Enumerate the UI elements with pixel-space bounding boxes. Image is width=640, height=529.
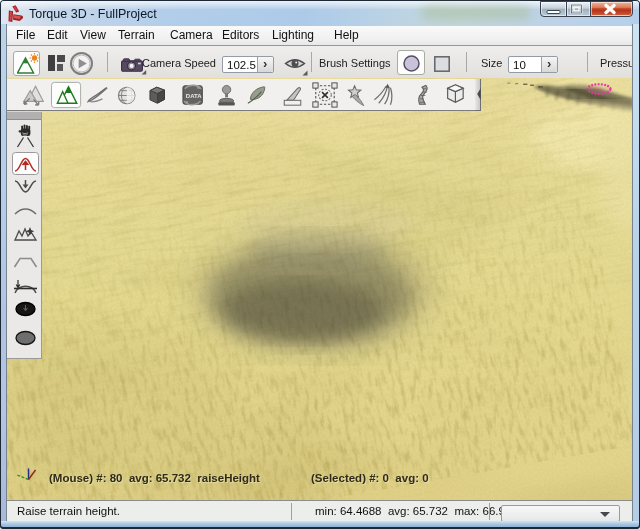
svg-text:(Selected) #: 0 avg: 0: (Selected) #: 0 avg: 0 [311,472,429,484]
svg-text:DATA: DATA [186,93,202,99]
svg-text:(Mouse) #: 80 avg: 65.732 ra: (Mouse) #: 80 avg: 65.732 raiseHeight [49,472,260,484]
